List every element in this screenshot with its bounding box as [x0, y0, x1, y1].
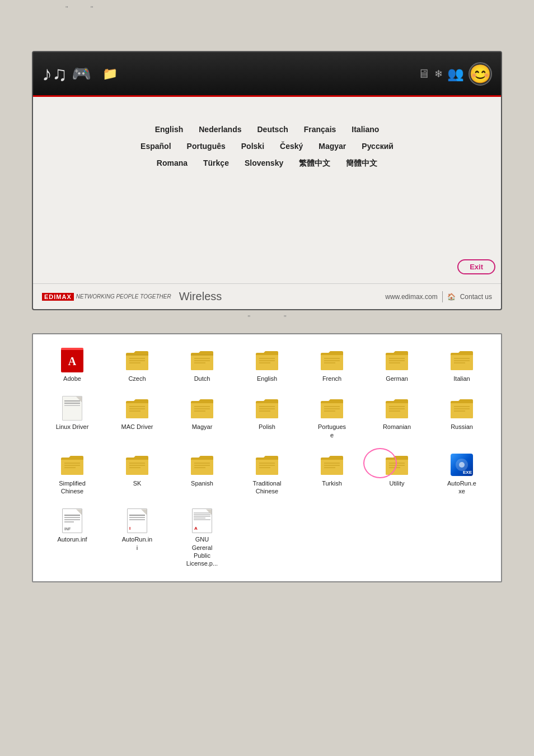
portugues-folder-icon — [318, 396, 345, 421]
czech-folder-icon — [124, 348, 151, 372]
file-label-dutch: Dutch — [194, 375, 210, 382]
file-portugues[interactable]: Portuguese — [302, 394, 362, 441]
file-utility[interactable]: Utility — [367, 450, 427, 498]
file-russian[interactable]: Russian — [432, 394, 492, 441]
file-adobe[interactable]: A Adobe — [42, 346, 102, 385]
file-label-magyar: Magyar — [192, 423, 213, 431]
snowflake-icon: ❄ — [434, 68, 443, 80]
file-english[interactable]: English — [237, 346, 297, 385]
file-dutch[interactable]: Dutch — [172, 346, 232, 385]
file-linux-driver[interactable]: Linux Driver — [42, 394, 102, 441]
lang-row-1: English Nederlands Deutsch Français Ital… — [155, 125, 380, 134]
lang-turkce[interactable]: Türkçe — [203, 158, 229, 169]
explorer-body: A Adobe Czech — [33, 334, 501, 581]
file-label-autorun-inf: Autorun.inf — [57, 535, 87, 543]
autorun-inf-icon: INF — [59, 508, 86, 533]
linux-driver-icon — [59, 396, 86, 421]
quote-open: " — [65, 4, 68, 13]
file-italian[interactable]: Italian — [432, 346, 492, 385]
exit-button[interactable]: Exit — [457, 259, 495, 274]
home-icon: 🏠 — [447, 293, 456, 301]
lang-cesky[interactable]: Český — [280, 142, 303, 151]
file-label-polish: Polish — [259, 423, 275, 431]
spanish-folder-icon — [189, 452, 216, 477]
file-magyar[interactable]: Magyar — [172, 394, 232, 441]
music-icon: ♪♫ — [42, 62, 67, 86]
file-label-french: French — [322, 375, 341, 382]
file-label-portugues: Portuguese — [318, 423, 346, 439]
adobe-icon: A — [59, 348, 86, 372]
smiley-icon: 😊 — [469, 62, 492, 86]
english-folder-icon — [254, 348, 280, 372]
file-autorun-ini[interactable]: I AutoRun.ini — [107, 506, 167, 570]
utility-folder-icon — [383, 452, 410, 477]
file-label-russian: Russian — [451, 423, 473, 431]
file-label-italian: Italian — [453, 375, 470, 382]
traditional-chinese-folder-icon — [254, 452, 280, 477]
file-label-autorun-exe: AutoRun.exe — [447, 479, 476, 496]
file-label-adobe: Adobe — [63, 375, 81, 382]
simplified-chinese-folder-icon — [59, 452, 86, 477]
file-autorun-exe[interactable]: EXE AutoRun.exe — [432, 450, 492, 498]
lang-polski[interactable]: Polski — [241, 142, 264, 151]
footer-divider — [442, 291, 443, 302]
lang-magyar[interactable]: Magyar — [318, 142, 346, 151]
file-gnu-license[interactable]: A GNUGereralPublicLicense.p... — [172, 506, 232, 570]
german-folder-icon — [383, 348, 410, 372]
lang-espanol[interactable]: Español — [140, 142, 171, 151]
installer-footer: EDIMAX NETWORKING PEOPLE TOGETHER Wirele… — [33, 283, 501, 309]
file-romanian[interactable]: Romanian — [367, 394, 427, 441]
installer-header: ♪♫ 🎮 📁 🖥 ❄ 👥 😊 — [33, 52, 501, 97]
sk-folder-icon — [124, 452, 151, 477]
file-sk[interactable]: SK — [107, 450, 167, 498]
monitor-icon: 🖥 — [418, 67, 430, 81]
file-label-romanian: Romanian — [383, 423, 411, 431]
file-label-traditional-chinese: TraditionalChinese — [253, 479, 282, 496]
explorer-panel: A Adobe Czech — [32, 333, 502, 582]
file-label-english: English — [257, 375, 277, 382]
mid-quote-open: " — [247, 314, 250, 322]
wireless-label: Wireless — [179, 290, 222, 303]
file-simplified-chinese[interactable]: SimplifiedChinese — [42, 450, 102, 498]
file-mac-driver[interactable]: MAC Driver — [107, 394, 167, 441]
file-label-gnu-license: GNUGereralPublicLicense.p... — [186, 535, 218, 567]
lang-francais[interactable]: Français — [304, 125, 336, 134]
lang-nederlands[interactable]: Nederlands — [199, 125, 241, 134]
file-label-sk: SK — [133, 479, 142, 487]
russian-folder-icon — [448, 396, 475, 421]
file-turkish[interactable]: Turkish — [302, 450, 362, 498]
lang-row-3: Romana Türkçe Slovensky 繁體中文 簡體中文 — [157, 158, 377, 169]
lang-english[interactable]: English — [155, 125, 184, 134]
file-czech[interactable]: Czech — [107, 346, 167, 385]
magyar-folder-icon — [189, 396, 216, 421]
file-label-autorun-ini: AutoRun.ini — [122, 535, 152, 552]
file-label-czech: Czech — [128, 375, 146, 382]
contact-link[interactable]: Contact us — [460, 293, 492, 301]
tagline: NETWORKING PEOPLE TOGETHER — [76, 293, 171, 300]
file-spanish[interactable]: Spanish — [172, 450, 232, 498]
lang-romana[interactable]: Romana — [157, 158, 188, 169]
turkish-folder-icon — [318, 452, 345, 477]
file-polish[interactable]: Polish — [237, 394, 297, 441]
installer-panel: ♪♫ 🎮 📁 🖥 ❄ 👥 😊 English Nederlands Deutsc… — [32, 51, 502, 310]
lang-deutsch[interactable]: Deutsch — [257, 125, 288, 134]
file-german[interactable]: German — [367, 346, 427, 385]
file-traditional-chinese[interactable]: TraditionalChinese — [237, 450, 297, 498]
lang-portugues[interactable]: Português — [187, 142, 226, 151]
quote-close: " — [91, 4, 93, 13]
lang-italiano[interactable]: Italiano — [352, 125, 379, 134]
file-label-linux-driver: Linux Driver — [56, 423, 89, 431]
file-label-spanish: Spanish — [191, 479, 213, 487]
people-icon: 👥 — [447, 66, 464, 82]
edimax-logo-text: EDIMAX — [42, 293, 74, 301]
dutch-folder-icon — [189, 348, 216, 372]
footer-right: www.edimax.com 🏠 Contact us — [385, 291, 492, 302]
lang-traditional-chinese[interactable]: 繁體中文 — [299, 158, 330, 169]
lang-slovensky[interactable]: Slovensky — [245, 158, 283, 169]
lang-russian[interactable]: Русский — [362, 142, 394, 151]
file-autorun-inf[interactable]: INF Autorun.inf — [42, 506, 102, 570]
file-french[interactable]: French — [302, 346, 362, 385]
folder-icon-header: 📁 — [102, 67, 118, 81]
polish-folder-icon — [254, 396, 280, 421]
lang-simplified-chinese[interactable]: 簡體中文 — [346, 158, 377, 169]
